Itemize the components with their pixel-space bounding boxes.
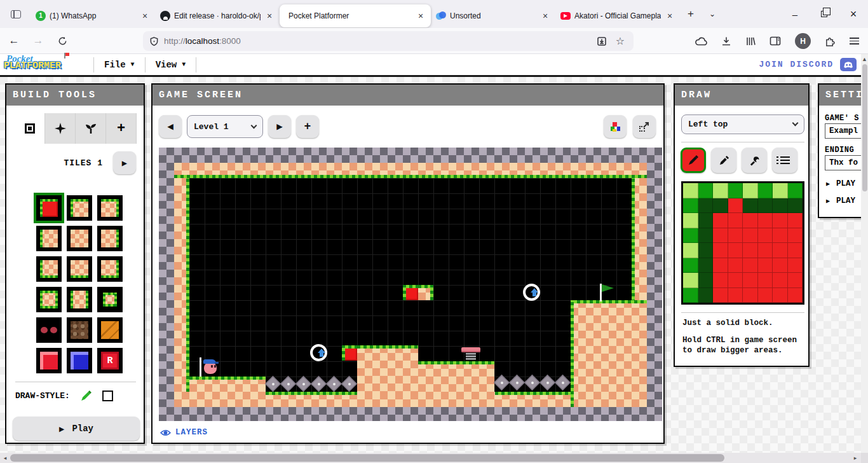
tile-swatch-dirt[interactable] [67,317,92,343]
settings-section-play-2[interactable]: ▶ PLAY [826,197,855,205]
tab-list-dropdown[interactable]: ⌄ [702,10,723,18]
sprite-pixel[interactable] [683,243,698,258]
join-discord-link[interactable]: JOIN DISCORD [759,60,834,69]
tile-swatch-single[interactable] [97,287,123,312]
add-level-button[interactable]: + [296,115,319,138]
scroll-up-arrow[interactable]: ▲ [861,56,868,62]
window-close-button[interactable]: × [839,0,868,28]
file-menu[interactable]: File▼ [104,60,135,70]
sprite-pixel[interactable] [728,243,743,258]
sprite-pixel[interactable] [743,288,758,303]
sprite-pixel[interactable] [683,228,698,244]
sprite-pixel[interactable] [773,198,788,214]
tile-swatch-orange[interactable] [97,317,123,343]
discord-icon[interactable] [840,58,857,71]
horizontal-scroll-thumb[interactable] [10,454,724,462]
sprite-pixel[interactable] [788,258,803,273]
vertical-scroll-thumb[interactable] [862,64,867,191]
menu-hamburger-icon[interactable] [850,36,859,46]
prev-level-button[interactable]: ◀ [159,115,182,138]
square-draw-style-icon[interactable] [102,390,113,401]
tab-youtube-akatori[interactable]: Akatori - Official Gameplay Tr × [555,4,680,27]
tab-github-release[interactable]: Edit release · haroldo-ok/poc × [155,4,280,27]
sprite-pixel[interactable] [788,198,803,214]
sprite-pixel[interactable] [743,183,758,198]
sprite-pixel[interactable] [683,258,698,273]
sprite-pixel[interactable] [743,213,758,228]
tile-swatch-vertical[interactable] [67,287,92,312]
sprite-pixel[interactable] [773,228,788,244]
window-minimize-button[interactable]: – [780,0,810,28]
sprite-pixel[interactable] [683,213,698,228]
sprite-pixel[interactable] [713,258,728,273]
tab-deco[interactable] [76,113,106,144]
tile-swatch-top-right[interactable] [97,195,123,221]
tab-objects[interactable] [45,113,76,144]
url-bar[interactable]: http://localhost:8000 ☆ [143,31,634,51]
sprite-pixel[interactable] [713,213,728,228]
sprite-pixel[interactable] [788,273,803,288]
sprite-pixel[interactable] [698,228,714,244]
tile-swatch-solid-block[interactable] [36,195,62,221]
sprite-pixel[interactable] [758,198,773,214]
sprite-pixel[interactable] [698,213,714,228]
sprite-pixel[interactable] [773,183,788,198]
sprite-pixel[interactable] [758,258,773,273]
tile-swatch-bottom[interactable] [67,256,92,282]
sprite-pixel[interactable] [713,228,728,244]
reload-button[interactable] [52,32,72,50]
sprite-pixel[interactable] [758,213,773,228]
sprite-pixel[interactable] [758,273,773,288]
sprite-pixel[interactable] [788,228,803,244]
sprite-pixel[interactable] [728,228,743,244]
firefox-view-icon[interactable] [6,6,25,22]
layers-button[interactable]: LAYERS [160,428,208,437]
sprite-editor-grid[interactable] [681,181,804,305]
save-page-icon[interactable] [597,36,607,46]
sprite-pixel[interactable] [683,288,698,303]
resize-screen-button[interactable] [633,115,656,138]
tab-pocket-platformer[interactable]: Pocket Platformer × [280,4,431,27]
pencil-draw-style-icon[interactable] [80,390,92,402]
tab-tiles[interactable] [15,113,45,144]
back-button[interactable]: ← [4,32,24,50]
sprite-pixel[interactable] [773,273,788,288]
sprite-pixel[interactable] [758,228,773,244]
wrench-tool-button[interactable] [742,148,767,173]
sprite-pixel[interactable] [713,198,728,214]
sprite-pixel[interactable] [683,183,698,198]
sprite-pixel[interactable] [788,183,803,198]
sprite-pixel[interactable] [698,183,714,198]
close-tab-icon[interactable]: × [540,11,550,21]
horizontal-scrollbar[interactable]: ◂ ▸ [0,453,868,463]
sprite-pixel[interactable] [698,198,714,214]
vertical-scrollbar[interactable]: ▲ [861,54,868,453]
sprite-pixel[interactable] [713,288,728,303]
sprite-pixel[interactable] [713,243,728,258]
downloads-icon[interactable] [721,36,731,46]
tile-swatch-r-block[interactable]: R [97,348,123,373]
sprite-pixel[interactable] [728,183,743,198]
eyedropper-tool-button[interactable] [711,148,736,173]
close-tab-icon[interactable]: × [264,11,275,21]
sprite-pixel[interactable] [698,273,714,288]
sprite-pixel[interactable] [758,243,773,258]
view-menu[interactable]: View▼ [156,60,186,70]
close-tab-icon[interactable]: × [416,11,426,21]
sprite-pixel[interactable] [758,288,773,303]
sprite-pixel[interactable] [788,213,803,228]
sprite-pixel[interactable] [743,273,758,288]
play-button[interactable]: ▶ Play [13,417,140,441]
tile-swatch-cherries[interactable] [36,317,62,343]
tile-swatch-horizontal[interactable] [36,287,62,312]
settings-section-play-1[interactable]: ▶ PLAY [826,179,855,188]
sprite-pixel[interactable] [773,258,788,273]
new-tab-button[interactable]: + [680,8,702,20]
tile-swatch-red-button[interactable] [36,348,62,373]
library-icon[interactable] [745,36,756,46]
bookmark-star-icon[interactable]: ☆ [616,35,625,47]
close-tab-icon[interactable]: × [140,11,150,21]
scroll-right-arrow[interactable]: ▸ [850,455,860,461]
tile-swatch-bottom-right[interactable] [97,256,123,282]
forward-button[interactable]: → [28,32,48,50]
